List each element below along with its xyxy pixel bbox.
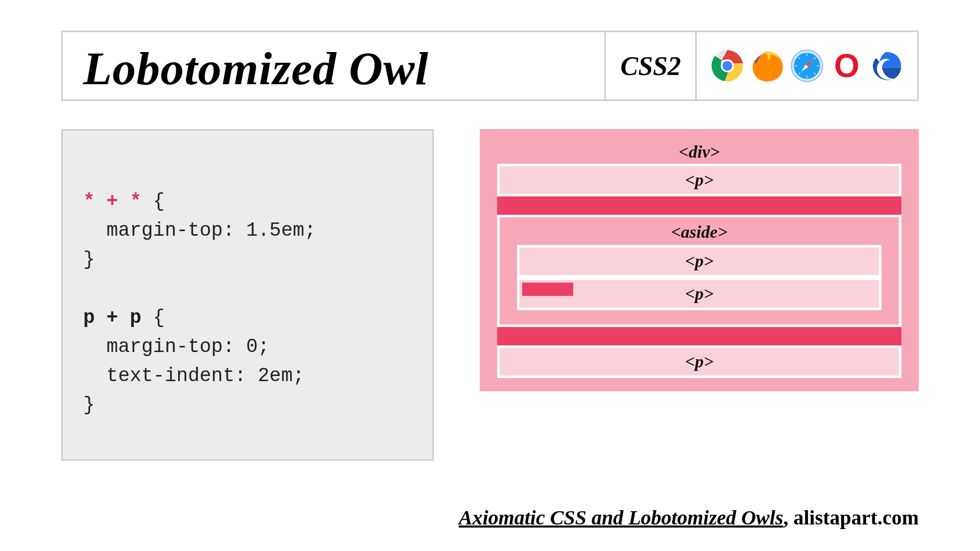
diagram-aside: <aside> <p> <p> [497, 215, 901, 327]
safari-icon [791, 49, 823, 82]
slide: Lobotomized Owl CSS2 [0, 0, 980, 551]
body: * + * { margin-top: 1.5em; } p + p { mar… [61, 129, 919, 461]
slide-title: Lobotomized Owl [83, 41, 584, 95]
aside-label: <aside> [517, 222, 881, 242]
diagram-div: <div> <p> <aside> <p> <p> [480, 129, 919, 391]
code-rule-1: * + * { margin-top: 1.5em; } [83, 187, 412, 274]
browser-support: O [695, 32, 917, 99]
diagram: <div> <p> <aside> <p> <p> [480, 129, 919, 461]
header: Lobotomized Owl CSS2 [61, 31, 919, 101]
p-label: <p> [685, 284, 714, 303]
brace-open: { [153, 307, 165, 329]
edge-icon [870, 49, 903, 82]
brace-close: } [83, 248, 95, 270]
p-label: <p> [685, 170, 714, 189]
text-indent-marker [522, 283, 573, 296]
diagram-aside-p-2: <p> [517, 278, 881, 310]
margin-gap-2 [497, 327, 901, 345]
svg-point-2 [722, 61, 732, 70]
css-version-label: CSS2 [620, 51, 681, 81]
title-cell: Lobotomized Owl [63, 32, 604, 99]
opera-icon: O [830, 49, 863, 82]
chrome-icon [711, 49, 744, 82]
footer-citation: Axiomatic CSS and Lobotomized Owls, alis… [459, 506, 919, 530]
p-plus-p-selector: p + p [83, 307, 141, 329]
div-label: <div> [497, 142, 901, 162]
rule2-declaration-1: margin-top: 0; [107, 336, 270, 358]
code-panel: * + * { margin-top: 1.5em; } p + p { mar… [61, 129, 434, 461]
article-link[interactable]: Axiomatic CSS and Lobotomized Owls [459, 506, 783, 529]
owl-selector: * + * [83, 190, 141, 212]
brace-open: { [153, 190, 165, 212]
margin-gap-1 [497, 196, 901, 215]
code-rule-2: p + p { margin-top: 0; text-indent: 2em;… [83, 303, 412, 419]
brace-close: } [83, 394, 95, 416]
diagram-aside-p-1: <p> [517, 245, 881, 278]
diagram-p-1: <p> [497, 164, 901, 196]
css-version-badge: CSS2 [604, 32, 695, 99]
diagram-p-2: <p> [497, 345, 901, 378]
separator: , [783, 506, 793, 529]
rule2-declaration-2: text-indent: 2em; [107, 365, 305, 387]
firefox-icon [751, 49, 783, 82]
site-name: alistapart.com [793, 506, 919, 529]
p-label: <p> [685, 352, 714, 371]
p-label: <p> [685, 252, 714, 270]
rule1-declaration: margin-top: 1.5em; [107, 219, 316, 241]
